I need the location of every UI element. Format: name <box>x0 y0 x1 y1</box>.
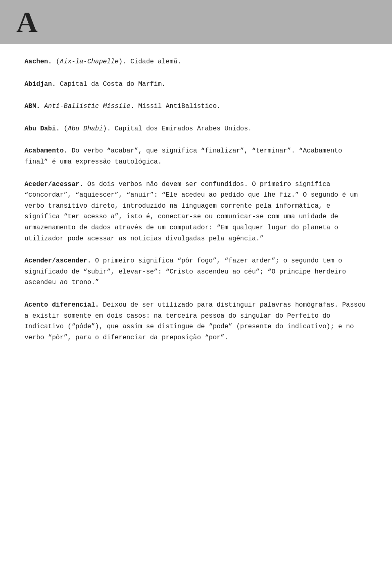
entry-acento-diferencial: Acento diferencial. Deixou de ser utiliz… <box>24 300 368 343</box>
term-acento-diferencial: Acento diferencial. <box>24 301 99 309</box>
text-abm: Anti-Ballistic Missile. Míssil AntiBalís… <box>40 103 220 110</box>
entry-abidjan: Abidjan. Capital da Costa do Marfim. <box>24 79 368 90</box>
text-abidjan: Capital da Costa do Marfim. <box>56 81 166 88</box>
entry-aachen: Aachen. (Aix-la-Chapelle). Cidade alemã. <box>24 56 368 67</box>
header-banner: A <box>0 0 392 44</box>
term-aceder-acessar: Aceder/acessar. <box>24 181 83 188</box>
header-letter: A <box>16 7 376 37</box>
text-abu-dabi: (Abu Dhabi). Capital dos Emirados Árabes… <box>60 125 252 132</box>
entry-abu-dabi: Abu Dabi. (Abu Dhabi). Capital dos Emira… <box>24 123 368 134</box>
entry-acender-ascender: Acender/ascender. O primeiro significa “… <box>24 256 368 288</box>
entry-abm: ABM. Anti-Ballistic Missile. Míssil Anti… <box>24 101 368 112</box>
term-abm: ABM. <box>24 103 40 110</box>
entry-acabamento: Acabamento. Do verbo “acabar”, que signi… <box>24 146 368 167</box>
term-aachen: Aachen. <box>24 58 52 65</box>
content-area: Aachen. (Aix-la-Chapelle). Cidade alemã.… <box>0 44 392 371</box>
term-acender-ascender: Acender/ascender. <box>24 257 91 264</box>
text-acabamento: Do verbo “acabar”, que significa “finali… <box>24 147 342 166</box>
term-abidjan: Abidjan. <box>24 81 56 88</box>
term-abu-dabi: Abu Dabi. <box>24 125 60 132</box>
term-acabamento: Acabamento. <box>24 147 68 155</box>
text-aceder-acessar: Os dois verbos não devem ser confundidos… <box>24 181 358 242</box>
entry-aceder-acessar: Aceder/acessar. Os dois verbos não devem… <box>24 179 368 244</box>
text-aachen: (Aix-la-Chapelle). Cidade alemã. <box>52 58 181 65</box>
